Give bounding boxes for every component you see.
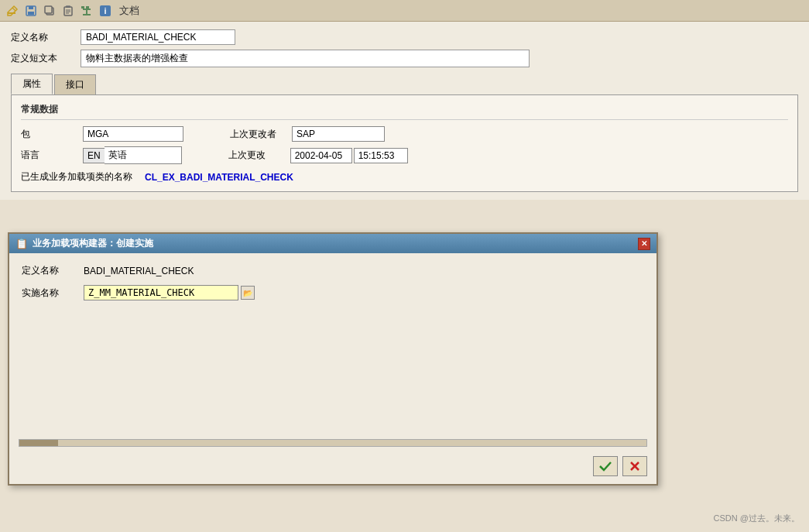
dialog-title-left: 📋 业务加载项构建器：创建实施 — [15, 237, 153, 250]
dialog-impl-name-wrapper: 📂 — [84, 285, 255, 300]
svg-rect-4 — [29, 6, 33, 9]
dialog-def-name-value: BADI_MATERIAL_CHECK — [84, 266, 194, 276]
svg-marker-1 — [8, 6, 17, 15]
last-changer-label: 上次更改者 — [230, 128, 292, 141]
dialog-scrollbar[interactable] — [19, 439, 647, 447]
package-value: MGA — [83, 126, 183, 142]
dialog-def-name-row: 定义名称 BADI_MATERIAL_CHECK — [22, 264, 644, 277]
generated-class-label: 已生成业务加载项类的名称 — [21, 170, 145, 184]
package-row: 包 MGA 上次更改者 SAP — [21, 126, 788, 142]
edit-icon[interactable] — [5, 3, 20, 19]
svg-rect-16 — [86, 10, 87, 14]
language-code: EN — [83, 148, 105, 163]
dialog-scrollbar-thumb — [19, 440, 58, 446]
toolbar: i 文档 — [0, 0, 809, 22]
last-changer-value: SAP — [292, 126, 385, 142]
dialog-titlebar: 📋 业务加载项构建器：创建实施 ✕ — [9, 234, 656, 253]
def-short-text-label: 定义短文本 — [11, 52, 81, 65]
def-short-text-row: 定义短文本 物料主数据表的增强检查 — [11, 50, 798, 67]
dialog-impl-name-label: 实施名称 — [22, 287, 84, 300]
language-value: 英语 — [105, 146, 182, 164]
package-label: 包 — [21, 128, 83, 141]
generated-class-row: 已生成业务加载项类的名称 CL_EX_BADI_MATERIAL_CHECK — [21, 170, 788, 184]
last-changed-label: 上次更改 — [228, 149, 290, 162]
doc-label: 文档 — [119, 4, 139, 18]
svg-rect-7 — [45, 6, 52, 13]
dialog-impl-name-row: 实施名称 📂 — [22, 285, 644, 300]
dialog-def-name-label: 定义名称 — [22, 264, 84, 277]
generated-class-value: CL_EX_BADI_MATERIAL_CHECK — [145, 172, 293, 183]
section-title: 常规数据 — [21, 103, 788, 120]
builder-icon: 📋 — [15, 238, 28, 249]
last-changed-time: 15:15:53 — [354, 148, 408, 163]
dialog: 📋 业务加载项构建器：创建实施 ✕ 定义名称 BADI_MATERIAL_CHE… — [8, 232, 658, 486]
dialog-browse-button[interactable]: 📂 — [241, 286, 255, 300]
save-icon[interactable] — [23, 3, 39, 19]
svg-line-2 — [12, 8, 15, 11]
svg-rect-13 — [81, 6, 84, 9]
def-name-row: 定义名称 BADI_MATERIAL_CHECK — [11, 29, 798, 45]
svg-rect-15 — [83, 9, 91, 10]
dialog-body: 定义名称 BADI_MATERIAL_CHECK 实施名称 📂 — [9, 253, 656, 439]
tab-attributes[interactable]: 属性 — [11, 74, 53, 94]
svg-rect-17 — [83, 14, 91, 15]
def-name-label: 定义名称 — [11, 31, 81, 44]
svg-text:i: i — [104, 6, 106, 15]
dialog-ok-button[interactable] — [593, 456, 618, 476]
def-short-text-value: 物料主数据表的增强检查 — [81, 50, 530, 67]
paste-icon[interactable] — [60, 3, 76, 19]
copy-icon[interactable] — [42, 3, 57, 19]
info-icon[interactable]: i — [98, 3, 113, 19]
dialog-cancel-button[interactable] — [622, 456, 647, 476]
language-row: 语言 EN 英语 上次更改 2002-04-05 15:15:53 — [21, 146, 788, 164]
last-changed-date: 2002-04-05 — [290, 148, 352, 163]
svg-rect-5 — [28, 12, 34, 15]
tabs-row: 属性 接口 — [11, 74, 798, 94]
language-label: 语言 — [21, 149, 83, 162]
dialog-footer — [9, 450, 656, 484]
tree-icon[interactable] — [79, 3, 94, 19]
dialog-impl-name-input[interactable] — [84, 285, 238, 300]
main-content: 定义名称 BADI_MATERIAL_CHECK 定义短文本 物料主数据表的增强… — [0, 22, 809, 200]
tab-interface[interactable]: 接口 — [54, 74, 96, 94]
section-panel: 常规数据 包 MGA 上次更改者 SAP 语言 EN 英语 上次更改 2002-… — [11, 94, 798, 192]
dialog-close-button[interactable]: ✕ — [638, 238, 650, 250]
watermark: CSDN @过去。未来。 — [714, 513, 800, 524]
def-name-value: BADI_MATERIAL_CHECK — [81, 29, 235, 45]
dialog-title: 业务加载项构建器：创建实施 — [33, 237, 153, 250]
svg-rect-14 — [86, 6, 89, 9]
